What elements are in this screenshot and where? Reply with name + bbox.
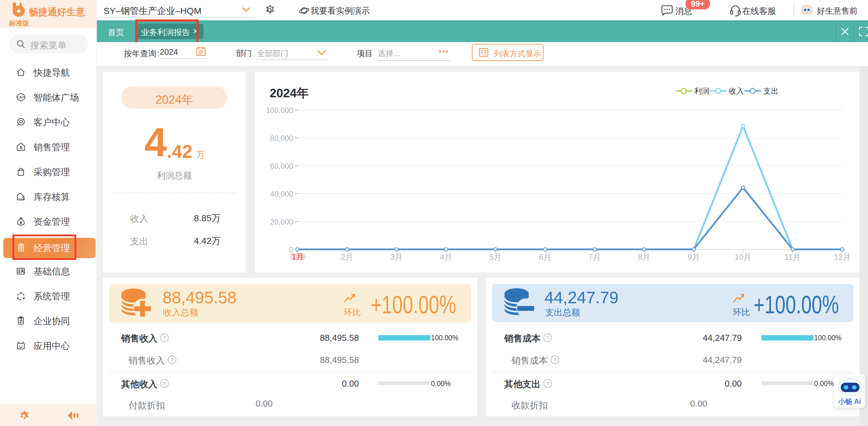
svg-text:60,000: 60,000 [270, 162, 293, 170]
svg-text:3月: 3月 [391, 252, 403, 261]
svg-text:8月: 8月 [638, 252, 650, 261]
svg-text:9月: 9月 [688, 252, 700, 261]
svg-text:?: ? [554, 357, 556, 363]
svg-text:支出: 支出 [763, 87, 778, 95]
svg-text:100,000: 100,000 [266, 106, 293, 115]
svg-text:?: ? [163, 335, 166, 341]
svg-text:10月: 10月 [735, 252, 751, 261]
svg-text:2024年: 2024年 [270, 86, 309, 100]
svg-text:80,000: 80,000 [270, 134, 293, 142]
svg-text:?: ? [546, 335, 549, 341]
svg-text:6月: 6月 [539, 252, 551, 261]
svg-text:?: ? [171, 357, 174, 363]
svg-text:利润: 利润 [694, 87, 709, 95]
svg-text:12月: 12月 [834, 252, 851, 261]
svg-text:?: ? [163, 381, 166, 387]
svg-text:11月: 11月 [785, 252, 801, 261]
svg-text:2月: 2月 [341, 252, 353, 261]
svg-text:1月: 1月 [292, 252, 304, 261]
svg-text:$: $ [20, 145, 22, 150]
svg-text:20,000: 20,000 [270, 218, 293, 226]
svg-text:AI: AI [19, 95, 22, 99]
svg-text:7月: 7月 [589, 252, 601, 261]
svg-text:收入: 收入 [729, 87, 744, 95]
svg-text:?: ? [546, 381, 549, 387]
svg-text:4月: 4月 [440, 252, 452, 261]
svg-text:40,000: 40,000 [270, 190, 293, 198]
svg-text:5月: 5月 [489, 252, 501, 261]
